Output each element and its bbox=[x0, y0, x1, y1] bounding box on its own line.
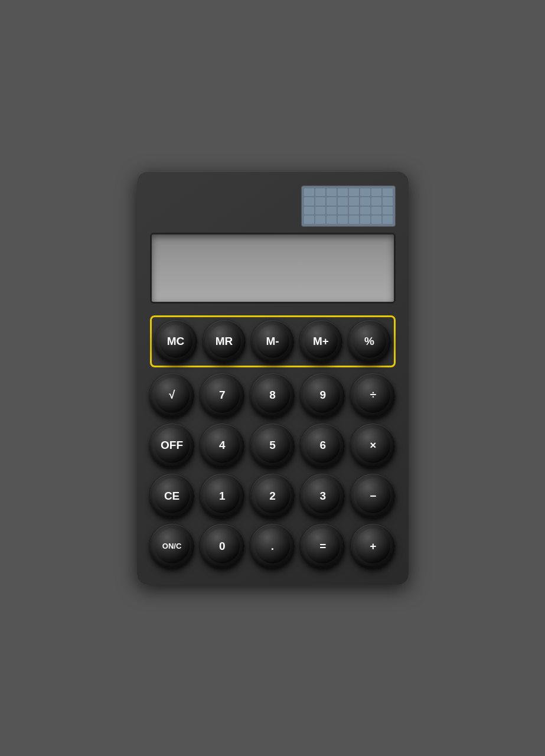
solar-cell bbox=[371, 207, 381, 215]
four-button[interactable]: 4 bbox=[200, 423, 244, 468]
six-button[interactable]: 6 bbox=[301, 423, 345, 468]
solar-cell bbox=[315, 207, 325, 215]
mr-button[interactable]: MR bbox=[203, 320, 246, 363]
row-4: CE 1 2 3 − bbox=[150, 474, 396, 518]
row-5: ON/C 0 . = + bbox=[150, 524, 396, 568]
solar-cell bbox=[304, 197, 314, 206]
mc-button[interactable]: MC bbox=[155, 320, 197, 363]
solar-cell bbox=[371, 197, 381, 206]
solar-cell bbox=[338, 197, 348, 206]
solar-cell bbox=[349, 216, 359, 224]
multiply-button[interactable]: × bbox=[351, 423, 395, 468]
sqrt-button[interactable]: √ bbox=[150, 373, 194, 418]
percent-button[interactable]: % bbox=[348, 320, 391, 363]
solar-cell bbox=[349, 197, 359, 206]
solar-cell bbox=[383, 207, 393, 215]
row-2: √ 7 8 9 ÷ bbox=[150, 373, 396, 418]
memory-row: MC MR M- M+ % bbox=[155, 320, 391, 363]
memory-row-highlight: MC MR M- M+ % bbox=[150, 315, 396, 367]
solar-cell bbox=[383, 197, 393, 206]
solar-cell bbox=[360, 207, 370, 215]
solar-cell bbox=[338, 207, 348, 215]
eight-button[interactable]: 8 bbox=[250, 373, 295, 418]
minus-button[interactable]: − bbox=[351, 474, 395, 518]
row-3: OFF 4 5 6 × bbox=[150, 423, 396, 468]
solar-panel bbox=[301, 185, 396, 227]
mminus-button[interactable]: M- bbox=[252, 320, 294, 363]
solar-cell bbox=[371, 188, 381, 197]
mplus-button[interactable]: M+ bbox=[300, 320, 342, 363]
off-button[interactable]: OFF bbox=[150, 423, 194, 468]
plus-button[interactable]: + bbox=[351, 524, 395, 568]
solar-cell bbox=[304, 216, 314, 224]
solar-cell bbox=[327, 216, 337, 224]
solar-cell bbox=[327, 197, 337, 206]
seven-button[interactable]: 7 bbox=[200, 373, 244, 418]
solar-cell bbox=[327, 207, 337, 215]
solar-cell bbox=[349, 207, 359, 215]
decimal-button[interactable]: . bbox=[250, 524, 295, 568]
nine-button[interactable]: 9 bbox=[301, 373, 345, 418]
equals-button[interactable]: = bbox=[301, 524, 345, 568]
solar-cell bbox=[315, 216, 325, 224]
solar-cell bbox=[315, 197, 325, 206]
solar-cell bbox=[338, 188, 348, 197]
solar-cell bbox=[360, 197, 370, 206]
display-screen bbox=[150, 233, 396, 304]
top-section bbox=[150, 185, 396, 227]
one-button[interactable]: 1 bbox=[200, 474, 244, 518]
five-button[interactable]: 5 bbox=[250, 423, 295, 468]
solar-cell bbox=[315, 188, 325, 197]
divide-button[interactable]: ÷ bbox=[351, 373, 395, 418]
calculator: MC MR M- M+ % √ 7 8 9 ÷ OFF 4 5 6 × CE 1 bbox=[137, 171, 409, 585]
onc-button[interactable]: ON/C bbox=[150, 524, 194, 568]
three-button[interactable]: 3 bbox=[301, 474, 345, 518]
solar-cell bbox=[304, 188, 314, 197]
solar-cell bbox=[327, 188, 337, 197]
buttons-area: MC MR M- M+ % √ 7 8 9 ÷ OFF 4 5 6 × CE 1 bbox=[150, 315, 396, 569]
solar-cell bbox=[360, 188, 370, 197]
solar-cell bbox=[383, 216, 393, 224]
solar-cell bbox=[338, 216, 348, 224]
solar-cell bbox=[360, 216, 370, 224]
solar-cell bbox=[349, 188, 359, 197]
ce-button[interactable]: CE bbox=[150, 474, 194, 518]
two-button[interactable]: 2 bbox=[250, 474, 295, 518]
solar-cell bbox=[304, 207, 314, 215]
solar-cell bbox=[371, 216, 381, 224]
solar-cell bbox=[383, 188, 393, 197]
zero-button[interactable]: 0 bbox=[200, 524, 244, 568]
